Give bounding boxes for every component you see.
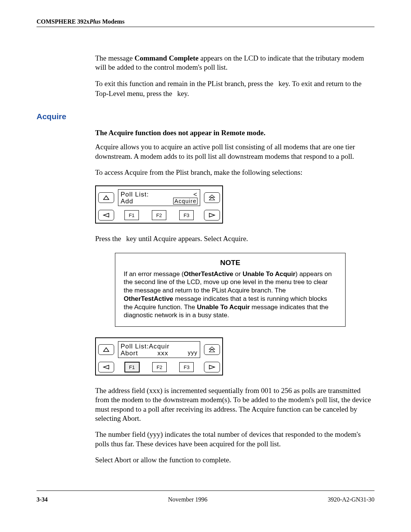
press-right-instruction: Press the key until Acquire appears. Sel… xyxy=(95,234,374,244)
lcd2-row-display: Poll List:Acquir Abort xxx yyy xyxy=(98,341,220,358)
svg-marker-3 xyxy=(104,196,109,200)
nav-right-key[interactable] xyxy=(204,210,220,220)
nav-home-key[interactable] xyxy=(204,192,220,203)
footer-doc-id: 3920-A2-GN31-30 xyxy=(328,496,374,503)
f1-key-2[interactable]: F1 xyxy=(124,362,140,372)
lcd-row-display: Poll List: < Add Acquire xyxy=(98,189,220,206)
p2c: key. xyxy=(177,89,189,97)
page: COMSPHERE 392xPlus Modems The message Co… xyxy=(0,0,411,532)
nav-up-key[interactable] xyxy=(98,192,114,203)
after-lcd1-a: Press the xyxy=(95,235,123,243)
after-lcd1-b: key until Acquire appears. Select Acquir… xyxy=(126,235,248,243)
lcd-panel-acquir: Poll List:Acquir Abort xxx yyy xyxy=(95,337,223,375)
lcd1-line2-left: Add xyxy=(121,198,133,204)
lcd2-line2-right: yyy xyxy=(188,350,198,356)
nav-left-key-2[interactable] xyxy=(98,362,114,372)
lcd2-line2-mid: xxx xyxy=(158,350,169,356)
footer-date: November 1996 xyxy=(168,496,208,503)
note-body: If an error message (OtherTestActive or … xyxy=(124,270,337,320)
tail-block: The address field (xxx) is incremented s… xyxy=(95,386,374,465)
header-italic: Plus xyxy=(89,18,100,25)
svg-marker-12 xyxy=(104,365,109,369)
svg-marker-7 xyxy=(209,213,215,217)
svg-marker-5 xyxy=(209,197,215,200)
lcd-panel-poll-list: Poll List: < Add Acquire xyxy=(95,185,223,224)
p2a: To exit this function and remain in the … xyxy=(95,80,275,88)
note-title: NOTE xyxy=(124,259,337,267)
p1a: The message xyxy=(95,54,134,62)
footer-rule xyxy=(37,490,374,491)
note-b3: OtherTestActive xyxy=(124,295,173,302)
svg-marker-6 xyxy=(104,213,109,217)
lcd-outer-2: Poll List:Acquir Abort xxx yyy xyxy=(95,337,223,375)
nav-home-key-2[interactable] xyxy=(204,344,220,355)
header-prefix: COMSPHERE 392x xyxy=(37,18,89,25)
fn-keys: F1 F2 F3 xyxy=(118,210,200,220)
lcd-row-fn: F1 F2 F3 xyxy=(98,210,220,220)
note-t2: or xyxy=(233,270,243,278)
intro-block: The message Command Complete appears on … xyxy=(95,54,374,99)
lcd2-line1-left: Poll List:Acquir xyxy=(121,343,169,350)
after-lcd1-text: Press the key until Acquire appears. Sel… xyxy=(95,234,374,244)
acquire-p1: Acquire allows you to acquire an active … xyxy=(95,142,374,161)
tail-p1: The address field (xxx) is incremented s… xyxy=(95,386,374,423)
nav-left-key[interactable] xyxy=(98,210,114,220)
p1-bold: Command Complete xyxy=(134,54,198,62)
svg-marker-9 xyxy=(104,348,109,351)
lcd2-row-fn: F1 F2 F3 xyxy=(98,362,220,372)
note-box: NOTE If an error message (OtherTestActiv… xyxy=(115,253,346,327)
tail-p2: The number field (yyy) indicates the tot… xyxy=(95,430,374,449)
lcd2-display: Poll List:Acquir Abort xxx yyy xyxy=(118,341,200,358)
page-number: 3-34 xyxy=(37,496,48,503)
lcd-display: Poll List: < Add Acquire xyxy=(118,189,200,206)
svg-marker-10 xyxy=(209,347,215,349)
header-suffix: Modems xyxy=(100,18,124,25)
running-header: COMSPHERE 392xPlus Modems xyxy=(37,18,374,26)
note-t1: If an error message ( xyxy=(124,270,184,278)
acquire-remote-mode-statement: The Acquire function does not appear in … xyxy=(95,129,374,137)
lcd1-line1-left: Poll List: xyxy=(121,191,149,198)
lcd2-line2-left: Abort xyxy=(121,350,138,356)
f1-key[interactable]: F1 xyxy=(124,210,139,220)
svg-marker-11 xyxy=(209,349,215,352)
lcd1-line2-selected: Acquire xyxy=(173,198,198,204)
acquire-p2: To access Acquire from the Plist branch,… xyxy=(95,168,374,177)
svg-marker-4 xyxy=(209,195,215,197)
page-footer: 3-34 November 1996 3920-A2-GN31-30 xyxy=(37,494,374,503)
nav-up-key-2[interactable] xyxy=(98,344,114,355)
svg-marker-13 xyxy=(209,365,215,369)
note-b4: Unable To Acquir xyxy=(197,304,250,311)
nav-right-key-2[interactable] xyxy=(204,362,220,372)
lcd1-line1-caret: < xyxy=(193,191,198,198)
section-heading-acquire: Acquire xyxy=(37,112,374,121)
note-b2: Unable To Acquir xyxy=(242,270,295,278)
f2-key[interactable]: F2 xyxy=(152,210,166,220)
acquire-intro: Acquire allows you to acquire an active … xyxy=(95,142,374,177)
f3-key[interactable]: F3 xyxy=(179,210,194,220)
f2-key-2[interactable]: F2 xyxy=(152,362,167,372)
f3-key-2[interactable]: F3 xyxy=(179,362,194,372)
note-b1: OtherTestActive xyxy=(184,270,233,278)
lcd-outer: Poll List: < Add Acquire xyxy=(95,185,223,224)
header-rule xyxy=(37,27,374,27)
tail-p3: Select Abort or allow the function to co… xyxy=(95,455,374,465)
paragraph-exit-instructions: To exit this function and remain in the … xyxy=(95,79,374,99)
paragraph-command-complete: The message Command Complete appears on … xyxy=(95,54,374,72)
fn-keys-2: F1 F2 F3 xyxy=(118,362,200,372)
